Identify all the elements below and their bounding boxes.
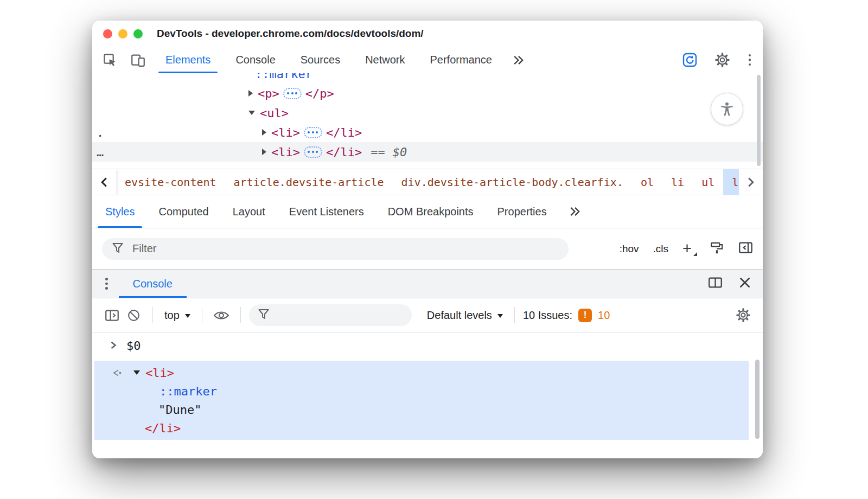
panel-tabs: Elements Console Sources Network Perform… — [153, 47, 533, 73]
inspect-icon[interactable] — [99, 49, 120, 71]
console-command-text: $0 — [126, 339, 141, 353]
settings-gear-icon[interactable] — [712, 49, 733, 71]
chevron-down-icon — [497, 314, 503, 318]
breadcrumb-item[interactable]: div.devsite-article-body.clearfix. — [393, 169, 632, 195]
divider — [152, 307, 153, 323]
tab-dom-breakpoints[interactable]: DOM Breakpoints — [376, 195, 486, 228]
result-line-pseudo[interactable]: ::marker — [94, 382, 749, 400]
console-filter-field[interactable] — [249, 304, 412, 326]
tab-computed[interactable]: Computed — [146, 195, 220, 228]
breadcrumb-item[interactable]: li — [662, 169, 693, 195]
close-icon[interactable] — [739, 277, 751, 291]
issues-icon: ! — [578, 309, 592, 322]
pseudo-marker: ::marker — [255, 73, 312, 81]
toolbar-right-icons — [679, 47, 756, 73]
accessibility-icon[interactable] — [711, 93, 743, 125]
divider — [514, 307, 515, 323]
console-result-highlighted[interactable]: <li> ::marker "Dune" </li> — [94, 361, 749, 440]
filter-funnel-icon — [258, 308, 270, 322]
brush-icon[interactable] — [710, 241, 724, 257]
console-scrollbar[interactable] — [755, 360, 760, 439]
styles-sidebar-tabs: Styles Computed Layout Event Listeners D… — [92, 195, 763, 228]
log-levels-dropdown[interactable]: Default levels — [424, 309, 506, 322]
minimize-window-button[interactable] — [118, 29, 127, 39]
result-open-tag: <li> — [145, 366, 174, 380]
breadcrumb-item-selected[interactable]: li — [723, 169, 739, 195]
sync-icon[interactable] — [679, 49, 701, 71]
styles-filter-input[interactable] — [131, 242, 559, 255]
breadcrumb-right-icon[interactable] — [739, 169, 763, 195]
device-toolbar-icon[interactable] — [127, 49, 149, 71]
expand-arrow-icon[interactable] — [248, 90, 253, 97]
more-tabs-icon[interactable] — [505, 47, 533, 73]
equals-sign: == — [371, 145, 385, 159]
window-title: DevTools - developer.chrome.com/docs/dev… — [157, 28, 424, 40]
result-line-close[interactable]: </li> — [94, 419, 749, 437]
breadcrumb-left-icon[interactable] — [92, 169, 116, 195]
devtools-toolbar: Elements Console Sources Network Perform… — [92, 47, 763, 73]
console-messages: $0 <li> ::marker "Dune" </li> — [92, 332, 763, 458]
toggle-class-button[interactable]: .cls — [653, 243, 669, 255]
split-panel-icon[interactable] — [708, 277, 723, 291]
chevron-down-icon — [185, 314, 190, 318]
tab-event-listeners[interactable]: Event Listeners — [277, 195, 376, 228]
result-pseudo-marker: ::marker — [159, 385, 217, 398]
breadcrumb-item[interactable]: article.devsite-article — [225, 169, 393, 195]
ellipsis-icon[interactable] — [304, 146, 322, 158]
tab-sources[interactable]: Sources — [288, 47, 353, 73]
tab-styles[interactable]: Styles — [93, 195, 146, 228]
breadcrumb-item[interactable]: evsite-content — [116, 169, 225, 195]
breadcrumb-items: evsite-content article.devsite-article d… — [116, 169, 739, 195]
breadcrumb-item[interactable]: ol — [632, 169, 662, 195]
dock-sidebar-icon[interactable] — [738, 241, 753, 256]
expand-arrow-icon[interactable] — [262, 149, 266, 155]
styles-filter-field[interactable] — [102, 238, 569, 260]
tab-properties[interactable]: Properties — [486, 195, 559, 228]
new-style-rule-button[interactable]: + — [682, 241, 696, 257]
result-line-open[interactable]: <li> — [94, 363, 749, 382]
collapse-arrow-icon[interactable] — [133, 370, 140, 375]
result-icon — [111, 368, 123, 378]
console-sidebar-icon[interactable] — [101, 304, 123, 326]
context-selector-dropdown[interactable]: top — [161, 309, 194, 322]
ellipsis-icon[interactable] — [283, 88, 302, 99]
tab-layout[interactable]: Layout — [221, 195, 277, 228]
tab-console[interactable]: Console — [223, 47, 288, 73]
dollar-zero-ref: $0 — [393, 145, 407, 159]
styles-filter-bar: :hov .cls + — [92, 228, 763, 270]
console-settings-gear-icon[interactable] — [732, 304, 754, 326]
styles-filter-actions: :hov .cls + — [620, 241, 753, 257]
tab-network[interactable]: Network — [353, 47, 417, 73]
close-window-button[interactable] — [103, 29, 112, 39]
tab-elements[interactable]: Elements — [153, 47, 223, 73]
clipped-text: . — [97, 126, 104, 139]
result-line-text[interactable]: "Dune" — [94, 400, 749, 419]
breadcrumb-item[interactable]: ul — [693, 169, 723, 195]
tree-row-li-selected[interactable]: … <li> </li> == $0 — [92, 142, 763, 162]
tree-row-p[interactable]: <p> </p> — [92, 84, 763, 103]
more-tabs-icon[interactable] — [559, 195, 591, 228]
ellipsis-icon[interactable] — [304, 127, 322, 138]
filter-funnel-icon — [112, 242, 124, 256]
eye-icon[interactable] — [210, 304, 232, 326]
tree-row-ul[interactable]: <ul> — [92, 103, 763, 123]
console-filter-input[interactable] — [276, 309, 422, 322]
tree-scrollbar[interactable] — [757, 75, 761, 166]
console-command-row[interactable]: $0 — [92, 332, 763, 359]
tab-console-drawer[interactable]: Console — [119, 270, 187, 298]
clear-console-icon[interactable] — [123, 304, 144, 326]
drawer-menu-kebab-icon[interactable] — [101, 273, 112, 294]
menu-kebab-icon[interactable] — [744, 50, 756, 71]
zoom-window-button[interactable] — [133, 29, 143, 39]
issues-counter[interactable]: 10 Issues: ! 10 — [523, 309, 610, 322]
expand-arrow-icon[interactable] — [262, 129, 266, 136]
devtools-window: DevTools - developer.chrome.com/docs/dev… — [92, 21, 763, 458]
issues-count: 10 — [598, 309, 610, 322]
toggle-hover-state-button[interactable]: :hov — [620, 243, 639, 255]
issues-label: 10 Issues: — [523, 309, 572, 322]
breadcrumb: evsite-content article.devsite-article d… — [92, 169, 763, 195]
tab-performance[interactable]: Performance — [418, 47, 505, 73]
tree-row-marker-clipped[interactable]: ::marker — [92, 73, 763, 84]
tree-row-li-1[interactable]: . <li> </li> — [92, 123, 763, 142]
collapse-arrow-icon[interactable] — [248, 111, 255, 115]
